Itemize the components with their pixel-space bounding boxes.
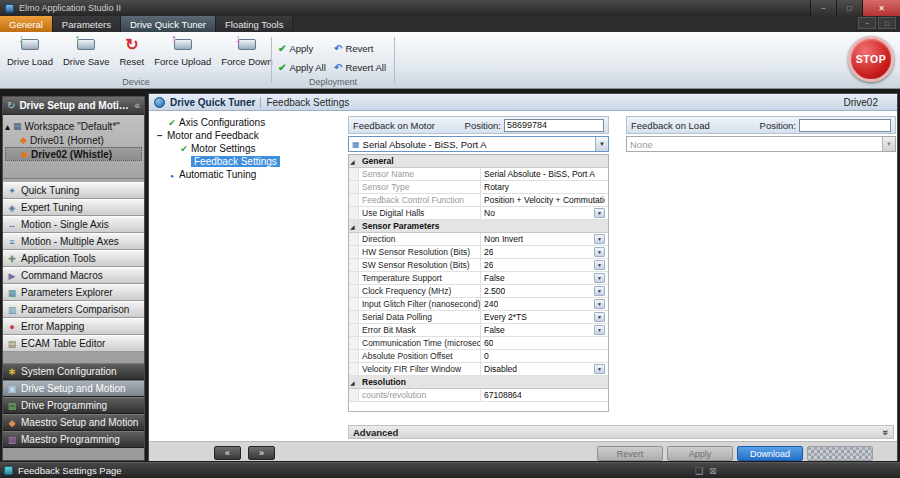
property-value[interactable]: Every 2*TS <box>481 311 608 323</box>
ribbon-deployment-button[interactable]: ✔ Apply <box>278 39 334 58</box>
ribbon-deployment-button[interactable]: ↶ Revert <box>334 39 394 58</box>
ribbon-device-button[interactable]: ↓ Force Down <box>216 32 277 76</box>
sidebar-item[interactable]: ◈ Expert Tuning <box>3 199 144 216</box>
sidebar-item[interactable]: ✚ Application Tools <box>3 250 144 267</box>
advanced-expand-icon[interactable]: » <box>881 429 892 435</box>
ribbon-deployment-button[interactable]: ↶ Revert All <box>334 58 394 77</box>
ribbon-tab[interactable]: Parameters <box>53 16 121 32</box>
ribbon-device-button[interactable]: ↑ Drive Save <box>58 32 114 76</box>
property-value[interactable]: 240 <box>481 298 608 310</box>
action-button[interactable]: Apply <box>667 446 733 461</box>
property-value[interactable]: 0 <box>481 350 608 362</box>
close-button[interactable]: ✕ <box>862 0 900 16</box>
property-row[interactable]: HW Sensor Resolution (Bits) 26 <box>349 246 608 259</box>
ribbon-tab[interactable]: Floating Tools <box>216 16 293 32</box>
sidebar-item[interactable]: ▥ Parameters Comparison <box>3 301 144 318</box>
property-row[interactable]: Direction Non Invert <box>349 233 608 246</box>
property-row[interactable]: Communication Time (microsecond) 60 <box>349 337 608 350</box>
workspace-node[interactable]: ▴ ▦ Workspace "Default*" <box>5 119 142 133</box>
sidebar-item[interactable]: ▦ Parameters Explorer <box>3 284 144 301</box>
sidebar-item[interactable]: ≡ Motion - Multiple Axes <box>3 233 144 250</box>
property-row[interactable]: Sensor Name Serial Absolute - BiSS, Port… <box>349 168 608 181</box>
property-row[interactable]: SW Sensor Resolution (Bits) 26 <box>349 259 608 272</box>
sidebar-bottom-nav: ✱ System Configuration ▣ Drive Setup and… <box>3 363 144 448</box>
property-row[interactable]: Velocity FIR Filter Window Disabled <box>349 363 608 376</box>
property-value[interactable]: 2.500 <box>481 285 608 297</box>
main-title-tab[interactable]: Drive Quick Tuner <box>170 97 255 108</box>
dropdown-arrow-icon[interactable]: ▼ <box>595 137 608 151</box>
ribbon-device-button[interactable]: ↻ Reset <box>114 32 149 76</box>
wizard-tree-node[interactable]: Motor and Feedback <box>155 129 345 142</box>
property-value[interactable]: 67108864 <box>481 389 608 401</box>
property-row[interactable]: Feedback Control Function Position + Vel… <box>349 194 608 207</box>
collapse-sidebar-icon[interactable]: « <box>134 100 140 111</box>
close-pane-icon[interactable]: ⊠ <box>709 466 717 476</box>
property-row[interactable]: General <box>349 155 608 168</box>
property-value[interactable]: 60 <box>481 337 608 349</box>
property-row[interactable]: Resolution <box>349 376 608 389</box>
property-row[interactable]: counts/revolution 67108864 <box>349 389 608 402</box>
motor-sensor-dropdown[interactable]: ▦ Serial Absolute - BiSS, Port A ▼ <box>348 136 609 152</box>
stop-button[interactable]: STOP <box>848 36 894 82</box>
sidebar-nav-item[interactable]: ▥ Maestro Programming <box>3 431 144 448</box>
property-row[interactable]: Serial Data Polling Every 2*TS <box>349 311 608 324</box>
property-row[interactable]: Clock Frequency (MHz) 2.500 <box>349 285 608 298</box>
advanced-expander[interactable]: Advanced » <box>348 425 894 439</box>
sidebar-item[interactable]: ● Error Mapping <box>3 318 144 335</box>
property-value[interactable]: Serial Absolute - BiSS, Port A <box>481 168 608 180</box>
sidebar-nav-item[interactable]: ✱ System Configuration <box>3 363 144 380</box>
action-button[interactable] <box>807 446 873 461</box>
drive-node[interactable]: ◆ Drive01 (Hornet) <box>5 133 142 147</box>
load-position-input[interactable] <box>799 119 891 132</box>
sidebar-item[interactable]: ▤ ECAM Table Editor <box>3 335 144 352</box>
property-value[interactable]: False <box>481 272 608 284</box>
arrow-icon: ↑ <box>74 32 80 46</box>
next-page-button[interactable]: » <box>248 446 275 460</box>
property-row[interactable]: Error Bit Mask False <box>349 324 608 337</box>
action-button[interactable]: Download <box>737 446 803 461</box>
wizard-tree-node[interactable]: Feedback Settings <box>155 155 345 168</box>
property-value[interactable]: Rotary <box>481 181 608 193</box>
expander-icon[interactable]: ▴ <box>5 121 10 132</box>
property-value[interactable]: Position + Velocity + Commutation <box>481 194 608 206</box>
ribbon-device-button[interactable]: ↓ Drive Load <box>2 32 58 76</box>
drive-node[interactable]: ◆ Drive02 (Whistle) <box>5 147 142 161</box>
ribbon-device-button[interactable]: ↑ Force Upload <box>149 32 216 76</box>
sidebar-header[interactable]: ↻ Drive Setup and Motion « <box>3 97 144 115</box>
property-row[interactable]: Absolute Position Offset 0 <box>349 350 608 363</box>
minimize-button[interactable]: − <box>810 0 836 16</box>
property-value[interactable]: 26 <box>481 246 608 258</box>
property-row[interactable]: Sensor Parameters <box>349 220 608 233</box>
sidebar-nav-item[interactable]: ◆ Maestro Setup and Motion <box>3 414 144 431</box>
property-row[interactable]: Use Digital Halls No <box>349 207 608 220</box>
wizard-tree-node[interactable]: Axis Configurations <box>155 116 345 129</box>
wizard-tree-node[interactable]: Motor Settings <box>155 142 345 155</box>
sidebar-item[interactable]: ✦ Quick Tuning <box>3 182 144 199</box>
load-sensor-dropdown[interactable]: None ▼ <box>626 136 896 152</box>
wizard-tree-node[interactable]: Automatic Tuning <box>155 168 345 181</box>
deployment-group-label: Deployment <box>274 77 392 87</box>
layout-toggle-icon[interactable]: ❑ <box>695 466 703 476</box>
motor-position-input[interactable] <box>504 119 604 132</box>
maximize-button[interactable]: □ <box>836 0 862 16</box>
sidebar-item[interactable]: ↔ Motion - Single Axis <box>3 216 144 233</box>
dropdown-arrow-icon[interactable]: ▼ <box>882 137 895 151</box>
ribbon-tab[interactable]: General <box>0 16 53 32</box>
sidebar-item[interactable]: ▶ Command Macros <box>3 267 144 284</box>
doc-minimize-button[interactable]: − <box>858 17 876 29</box>
property-value[interactable]: 26 <box>481 259 608 271</box>
previous-page-button[interactable]: « <box>214 446 241 460</box>
sidebar-nav-item[interactable]: ▤ Drive Programming <box>3 397 144 414</box>
sidebar-nav-item[interactable]: ▣ Drive Setup and Motion <box>3 380 144 397</box>
doc-restore-button[interactable]: □ <box>878 17 896 29</box>
property-row[interactable]: Temperature Support False <box>349 272 608 285</box>
property-value[interactable]: Non Invert <box>481 233 608 245</box>
action-button[interactable]: Revert <box>597 446 663 461</box>
ribbon-tab[interactable]: Drive Quick Tuner <box>121 16 216 32</box>
ribbon-deployment-button[interactable]: ✔ Apply All <box>278 58 334 77</box>
property-value[interactable]: Disabled <box>481 363 608 375</box>
property-value[interactable]: No <box>481 207 608 219</box>
property-value[interactable]: False <box>481 324 608 336</box>
property-row[interactable]: Input Glitch Filter (nanosecond) 240 <box>349 298 608 311</box>
property-row[interactable]: Sensor Type Rotary <box>349 181 608 194</box>
